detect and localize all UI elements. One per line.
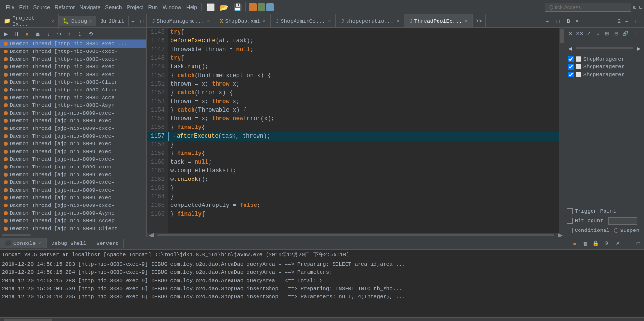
menu-help[interactable]: Help [184, 3, 199, 11]
step-into-btn[interactable]: ↓ [43, 29, 53, 39]
bp-scroll-right[interactable]: ▶ [634, 44, 643, 52]
close-tab-4[interactable]: ✕ [465, 18, 467, 24]
bp-tree-item-1[interactable]: ⬜ ShopManagemer [566, 63, 643, 71]
thread-item-22[interactable]: Daemon Thread [ajp-nio-8009-Async [0, 209, 146, 217]
bp-disable-btn[interactable]: ○ [593, 29, 602, 38]
thread-item-6[interactable]: Daemon Thread [http-nio-8080-Clier [0, 86, 146, 94]
conditional-checkbox[interactable] [567, 228, 573, 233]
thread-item-9[interactable]: Daemon Thread [ajp-nio-8009-exec- [0, 109, 146, 117]
thread-item-23[interactable]: Daemon Thread [ajp-nio-8009-Accep [0, 217, 146, 225]
console-hscrollbar[interactable] [0, 317, 644, 321]
panel-max-btn[interactable]: □ [138, 16, 146, 26]
bp-max-btn[interactable]: □ [632, 16, 642, 26]
thread-item-11[interactable]: Daemon Thread [ajp-nio-8009-exec- [0, 125, 146, 132]
hit-count-checkbox[interactable] [567, 218, 573, 224]
bp-tree-item-0[interactable]: ⬜ ShopManagemer [566, 55, 643, 63]
thread-item-12[interactable]: Daemon Thread [ajp-nio-8009-exec- [0, 132, 146, 140]
menu-navigate[interactable]: Navigate [77, 3, 102, 11]
tab-shop-admin[interactable]: J ShopAdminCo... ✕ [271, 14, 336, 28]
scroll-right-btn[interactable]: ▶ [556, 231, 565, 237]
bp-remove-all-btn[interactable]: ✕✕ [575, 29, 584, 38]
thread-item-7[interactable]: Daemon Thread [http-nio-8080-Acce [0, 94, 146, 102]
bp-expand-btn[interactable]: ⊞ [603, 29, 611, 38]
close-tab-0[interactable]: ✕ [207, 18, 210, 24]
tab-junit[interactable]: Ju JUnit [96, 16, 129, 26]
menu-edit[interactable]: Edit [17, 3, 30, 11]
close-console-tab[interactable]: ✕ [39, 241, 41, 246]
tab-threadpool[interactable]: J ThreadPoolEx... ✕ [404, 14, 473, 28]
thread-item-15[interactable]: Daemon Thread [ajp-nio-8009-exec- [0, 155, 146, 163]
hit-count-input[interactable] [608, 217, 637, 225]
bp-tree-item-2[interactable]: ⬜ ShopManagemer [566, 71, 643, 78]
console-max-btn[interactable]: □ [633, 239, 643, 248]
menu-source[interactable]: Source [31, 3, 52, 11]
bp-remove-btn[interactable]: ✕ [566, 29, 575, 38]
menu-refactor[interactable]: Refactor [53, 3, 77, 11]
tab-shop-dao-xml[interactable]: X ShopDao.xml ✕ [215, 14, 271, 28]
console-min-btn[interactable]: − [623, 239, 632, 248]
tab-project-explorer[interactable]: 📁 Project Ex... ✕ [0, 14, 59, 29]
menu-project[interactable]: Project [125, 3, 145, 11]
thread-item-3[interactable]: Daemon Thread [http-nio-8080-exec- [0, 63, 146, 71]
tab-console[interactable]: ⬛ Console ✕ [0, 238, 47, 248]
terminate-btn[interactable]: ■ [22, 29, 32, 39]
quick-access-input[interactable] [545, 3, 631, 12]
menu-search[interactable]: Search [103, 3, 124, 11]
thread-item-16[interactable]: Daemon Thread [ajp-nio-8009-exec- [0, 163, 146, 171]
thread-item-0[interactable]: Daemon Thread [http-nio-8080-exec-... [0, 40, 146, 48]
suspend-btn[interactable]: ⏸ [12, 29, 21, 39]
bp-enable-btn[interactable]: ✓ [584, 29, 593, 38]
open-in-editor-btn[interactable]: ↗ [612, 239, 622, 248]
thread-item-17[interactable]: Daemon Thread [ajp-nio-8009-exec- [0, 171, 146, 179]
thread-item-18[interactable]: Daemon Thread [ajp-nio-8009-exec- [0, 179, 146, 186]
open-btn[interactable]: 📂 [218, 2, 230, 12]
close-project-tab[interactable]: ✕ [52, 18, 54, 24]
tab-shop-management[interactable]: J ShopManageme... ✕ [147, 14, 215, 28]
scroll-lock-btn[interactable]: 🔒 [591, 239, 601, 248]
scroll-left-btn[interactable]: ◀ [147, 231, 155, 237]
use-step-filters-btn[interactable]: ⤵ [75, 29, 85, 39]
save-btn[interactable]: 💾 [232, 2, 244, 12]
drop-to-frame-btn[interactable]: ⟲ [86, 29, 95, 39]
bp-checkbox-1[interactable] [568, 64, 574, 70]
tab-debug[interactable]: 🐛 Debug ✕ [59, 16, 96, 26]
code-content[interactable]: try { beforeExecute(wt, task); Throwable… [168, 28, 559, 233]
thread-item-5[interactable]: Daemon Thread [http-nio-8080-Clier [0, 78, 146, 86]
editor-hscrollbar[interactable]: ◀ ▶ [147, 233, 565, 237]
editor-min-btn[interactable]: − [542, 16, 552, 26]
editor-max-btn[interactable]: □ [553, 16, 563, 26]
bp-min-btn[interactable]: − [622, 16, 631, 26]
console-settings-btn[interactable]: ⚙ [602, 239, 611, 248]
left-panel-scrollbar[interactable] [0, 233, 146, 237]
thread-item-4[interactable]: Daemon Thread [http-nio-8080-exec- [0, 71, 146, 78]
console-content[interactable]: 2019-12-20 14:58:15.283 [http-nio-8080-e… [0, 259, 644, 317]
resume-btn[interactable]: ▶ [1, 29, 11, 39]
thread-item-10[interactable]: Daemon Thread [ajp-nio-8009-exec- [0, 117, 146, 125]
thread-item-21[interactable]: Daemon Thread [ajp-nio-8009-exec- [0, 202, 146, 209]
bp-scroll-left[interactable]: ◀ [566, 44, 575, 52]
clear-console-btn[interactable]: 🗑 [580, 239, 590, 248]
close-tab-1[interactable]: ✕ [263, 18, 265, 24]
menu-file[interactable]: File [4, 3, 16, 11]
tab-servers[interactable]: Servers [91, 239, 124, 248]
bp-checkbox-0[interactable] [568, 56, 574, 62]
tab-shopoperatio[interactable]: J shopoperatio... ✕ [336, 14, 404, 28]
vertical-scrollbar[interactable] [559, 28, 565, 233]
close-debug-tab[interactable]: ✕ [89, 18, 92, 24]
thread-item-20[interactable]: Daemon Thread [ajp-nio-8009-exec- [0, 194, 146, 202]
bp-checkbox-2[interactable] [568, 72, 574, 77]
thread-item-1[interactable]: Daemon Thread [http-nio-8080-exec- [0, 48, 146, 55]
terminate-console-btn[interactable]: ■ [570, 239, 580, 248]
tab-more[interactable]: >> [473, 14, 485, 28]
trigger-point-checkbox[interactable] [567, 208, 573, 214]
close-tab-3[interactable]: ✕ [397, 18, 399, 24]
menu-run[interactable]: Run [146, 3, 160, 11]
disconnect-btn[interactable]: ⏏ [33, 29, 42, 39]
close-tab-2[interactable]: ✕ [328, 18, 331, 24]
close-bp-panel[interactable]: ✕ [572, 16, 582, 26]
thread-item-2[interactable]: Daemon Thread [http-nio-8080-exec- [0, 55, 146, 63]
tab-debug-shell[interactable]: Debug Shell [47, 239, 92, 248]
thread-item-14[interactable]: Daemon Thread [ajp-nio-8009-exec- [0, 148, 146, 155]
step-return-btn[interactable]: ↑ [64, 29, 74, 39]
thread-item-24[interactable]: Daemon Thread [ajp-nio-8009-Client [0, 225, 146, 232]
